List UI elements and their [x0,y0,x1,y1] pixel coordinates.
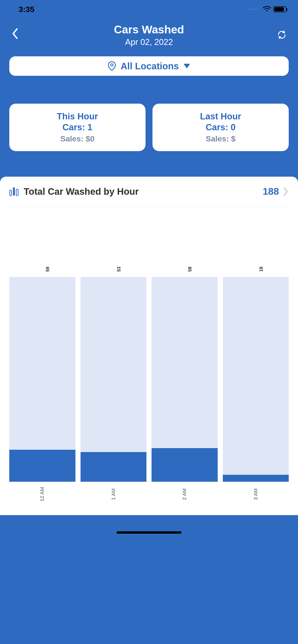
page-subtitle: Apr 02, 2022 [125,37,173,47]
chart-bar-fg [152,448,218,482]
chart-bar[interactable]: 53 [81,216,147,482]
status-time: 3:35 [19,5,34,14]
bar-chart-icon [9,187,20,196]
chart-x-label: 12 AM [9,485,75,504]
svg-rect-3 [16,189,18,196]
this-hour-cars: Cars: 1 [63,122,92,132]
chart-x-label: 3 AM [223,485,289,504]
bottom-safe-area [0,515,298,538]
last-hour-card[interactable]: Last Hour Cars: 0 Sales: $ [152,104,289,151]
refresh-button[interactable] [275,28,289,42]
chart-header[interactable]: Total Car Washed by Hour 188 [9,186,289,206]
chevron-down-icon [184,64,190,68]
wifi-icon [263,6,271,12]
chevron-right-icon [283,187,289,196]
chart-bar-value-label: 53 [116,266,121,272]
status-icons [250,6,286,12]
chart-x-label: 1 AM [81,485,147,504]
svg-point-0 [111,64,113,66]
battery-icon [273,6,286,12]
chart-x-labels: 12 AM1 AM2 AM3 AM [9,485,289,504]
this-hour-title: This Hour [57,112,98,122]
last-hour-title: Last Hour [200,112,241,122]
chart-bar-value-label: 59 [45,266,50,272]
sync-icon [277,30,287,40]
this-hour-card[interactable]: This Hour Cars: 1 Sales: $0 [9,104,146,151]
location-dropdown[interactable]: All Locations [9,56,289,76]
status-bar: 3:35 [0,0,298,18]
chart-bar-value-label: 18 [258,266,264,272]
page-title: Cars Washed [114,23,184,36]
stat-cards-row: This Hour Cars: 1 Sales: $0 Last Hour Ca… [0,104,298,151]
chart-bar[interactable]: 58 [152,216,218,482]
last-hour-cars: Cars: 0 [206,122,235,132]
svg-rect-2 [13,187,15,196]
chart-bar-value-label: 58 [187,266,193,272]
chart-bar-bg [223,277,289,482]
back-button[interactable] [9,28,21,40]
chart-title: Total Car Washed by Hour [24,186,258,197]
chart-bar[interactable]: 18 [223,216,289,482]
chart-bar-fg [9,450,75,482]
location-pin-icon [108,61,116,71]
home-indicator [117,531,181,534]
chart-x-label: 2 AM [152,485,218,504]
chevron-left-icon [12,28,18,39]
chart-bar[interactable]: 59 [9,216,75,482]
last-hour-sales: Sales: $ [206,134,235,143]
chart-bar-bg [81,277,147,482]
chart-panel: Total Car Washed by Hour 188 59535818 12… [0,177,298,515]
chart-bars-area: 59535818 [9,206,289,482]
svg-rect-1 [10,190,12,196]
location-dropdown-label: All Locations [120,61,179,72]
cellular-dots-icon [250,8,258,10]
page-header: Cars Washed Apr 02, 2022 [0,18,298,54]
chart-bar-fg [81,452,147,482]
this-hour-sales: Sales: $0 [60,134,95,143]
chart-bar-fg [223,475,289,482]
chart-total: 188 [263,186,279,197]
